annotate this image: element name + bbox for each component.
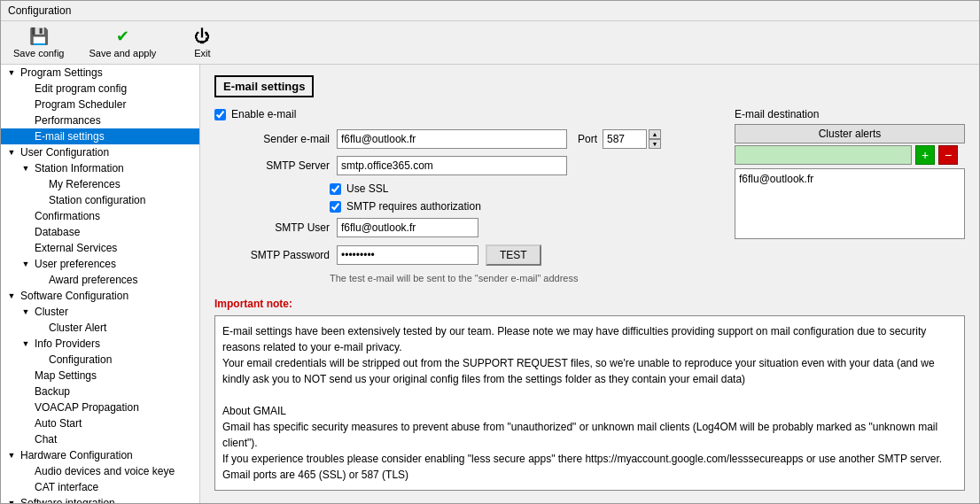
tree-collapse-icon[interactable]: ▼ [4, 148, 19, 157]
sidebar: ▼Program SettingsEdit program configProg… [1, 65, 200, 503]
save-config-label: Save config [13, 48, 64, 58]
sidebar-item-email-settings[interactable]: E-mail settings [1, 128, 199, 144]
use-ssl-checkbox[interactable] [330, 183, 341, 195]
sidebar-item-label: Program Scheduler [33, 97, 199, 112]
use-ssl-row: Use SSL [330, 182, 699, 195]
title-bar: Configuration [1, 1, 979, 21]
smtp-server-input[interactable] [337, 156, 567, 175]
sidebar-item-label: Cluster [33, 305, 199, 319]
smtp-auth-checkbox[interactable] [330, 201, 341, 213]
sidebar-item-label: E-mail settings [33, 129, 199, 143]
tree-collapse-icon[interactable]: ▼ [19, 164, 33, 173]
sidebar-item-program-settings[interactable]: ▼Program Settings [1, 65, 199, 81]
tree-collapse-icon[interactable]: ▼ [4, 451, 19, 460]
remove-email-button[interactable]: − [938, 145, 958, 165]
email-dest-list: f6flu@outlook.fr [735, 168, 965, 239]
sidebar-item-label: Map Settings [33, 368, 199, 383]
spin-up-button[interactable]: ▲ [649, 129, 661, 139]
enable-email-row: Enable e-mail [214, 108, 699, 120]
smtp-user-input[interactable] [337, 218, 478, 237]
smtp-server-label: SMTP Server [214, 159, 330, 172]
smtp-password-input[interactable] [337, 245, 478, 265]
sidebar-item-station-information[interactable]: ▼Station Information [1, 160, 199, 176]
smtp-password-row: SMTP Password TEST [214, 244, 699, 266]
sidebar-item-configuration[interactable]: Configuration [1, 352, 199, 368]
exit-icon: ⏻ [194, 27, 210, 46]
sidebar-item-map-settings[interactable]: Map Settings [1, 368, 199, 384]
sidebar-item-cluster-alert[interactable]: Cluster Alert [1, 320, 199, 336]
hint-text: The test e-mail will be sent to the "sen… [330, 273, 699, 283]
save-apply-button[interactable]: ✔ Save and apply [83, 25, 161, 60]
content-area: E-mail settings Enable e-mail Sender e-m… [200, 65, 979, 503]
enable-email-label: Enable e-mail [231, 108, 296, 120]
sidebar-item-label: Audio devices and voice keye [33, 464, 199, 478]
sidebar-item-software-integration[interactable]: ▼Software integration [1, 495, 199, 503]
spin-down-button[interactable]: ▼ [649, 139, 661, 149]
main-window: Configuration 💾 Save config ✔ Save and a… [0, 0, 980, 504]
sidebar-item-user-configuration[interactable]: ▼User Configuration [1, 144, 199, 160]
add-email-button[interactable]: + [915, 145, 935, 165]
sidebar-item-label: User Configuration [19, 145, 199, 159]
sidebar-item-label: Auto Start [33, 416, 199, 430]
sidebar-item-label: Award preferences [47, 273, 199, 287]
sidebar-item-info-providers[interactable]: ▼Info Providers [1, 336, 199, 352]
smtp-auth-label: SMTP requires authorization [346, 200, 481, 213]
email-dest-label: E-mail destination [735, 108, 965, 120]
test-button[interactable]: TEST [486, 244, 541, 266]
left-form: Enable e-mail Sender e-mail Port ▲ ▼ [214, 108, 699, 291]
sender-email-input[interactable] [337, 129, 567, 149]
note-text: E-mail settings have been extensively te… [222, 325, 942, 481]
save-config-button[interactable]: 💾 Save config [8, 25, 69, 60]
sidebar-item-chat[interactable]: Chat [1, 431, 199, 447]
tree-collapse-icon[interactable]: ▼ [19, 260, 33, 268]
sidebar-item-label: Software Configuration [19, 289, 199, 303]
sidebar-item-label: Configuration [47, 353, 199, 367]
tree-collapse-icon[interactable]: ▼ [19, 307, 33, 316]
email-destination-section: E-mail destination Cluster alerts + − f6… [735, 108, 965, 291]
save-config-icon: 💾 [29, 27, 49, 46]
smtp-user-label: SMTP User [214, 221, 330, 234]
sidebar-item-label: Backup [33, 384, 199, 399]
sidebar-item-my-references[interactable]: My References [1, 176, 199, 192]
sidebar-item-user-preferences[interactable]: ▼User preferences [1, 256, 199, 272]
main-area: ▼Program SettingsEdit program configProg… [1, 65, 979, 503]
exit-button[interactable]: ⏻ Exit [175, 26, 229, 60]
sidebar-item-label: Confirmations [33, 209, 199, 223]
sidebar-item-label: Software integration [19, 496, 199, 503]
tree-collapse-icon[interactable]: ▼ [4, 291, 19, 300]
sidebar-item-voacap-propagation[interactable]: VOACAP Propagation [1, 399, 199, 415]
tree-collapse-icon[interactable]: ▼ [4, 68, 19, 77]
sidebar-item-program-scheduler[interactable]: Program Scheduler [1, 97, 199, 112]
cluster-alerts-bar: Cluster alerts [735, 124, 965, 143]
sidebar-item-hardware-configuration[interactable]: ▼Hardware Configuration [1, 447, 199, 463]
sidebar-item-database[interactable]: Database [1, 224, 199, 240]
sidebar-item-audio-devices[interactable]: Audio devices and voice keye [1, 463, 199, 479]
tree-collapse-icon[interactable]: ▼ [19, 339, 33, 348]
sidebar-item-cat-interface[interactable]: CAT interface [1, 479, 199, 495]
sidebar-item-award-preferences[interactable]: Award preferences [1, 272, 199, 288]
sidebar-item-confirmations[interactable]: Confirmations [1, 208, 199, 224]
port-spinner[interactable]: ▲ ▼ [649, 129, 661, 149]
sidebar-item-auto-start[interactable]: Auto Start [1, 415, 199, 431]
enable-email-checkbox[interactable] [214, 109, 226, 120]
sidebar-item-external-services[interactable]: External Services [1, 240, 199, 256]
sidebar-item-label: Edit program config [33, 81, 199, 96]
sidebar-item-station-configuration[interactable]: Station configuration [1, 192, 199, 208]
tree-collapse-icon[interactable]: ▼ [4, 499, 19, 503]
sidebar-item-software-configuration[interactable]: ▼Software Configuration [1, 288, 199, 304]
toolbar: 💾 Save config ✔ Save and apply ⏻ Exit [1, 21, 979, 65]
smtp-auth-row: SMTP requires authorization [330, 200, 699, 213]
dest-email-input[interactable] [735, 145, 912, 165]
sidebar-item-label: Cluster Alert [47, 321, 199, 335]
sidebar-item-label: Hardware Configuration [19, 448, 199, 462]
sidebar-item-performances[interactable]: Performances [1, 112, 199, 128]
note-box: E-mail settings have been extensively te… [214, 315, 965, 491]
sidebar-item-edit-program-config[interactable]: Edit program config [1, 81, 199, 97]
top-form-area: Enable e-mail Sender e-mail Port ▲ ▼ [214, 108, 965, 291]
sidebar-item-backup[interactable]: Backup [1, 384, 199, 399]
port-group: Port ▲ ▼ [578, 129, 661, 149]
sidebar-item-label: Program Settings [19, 66, 199, 80]
port-input[interactable] [603, 129, 647, 149]
sidebar-item-label: VOACAP Propagation [33, 400, 199, 415]
sidebar-item-cluster[interactable]: ▼Cluster [1, 304, 199, 320]
